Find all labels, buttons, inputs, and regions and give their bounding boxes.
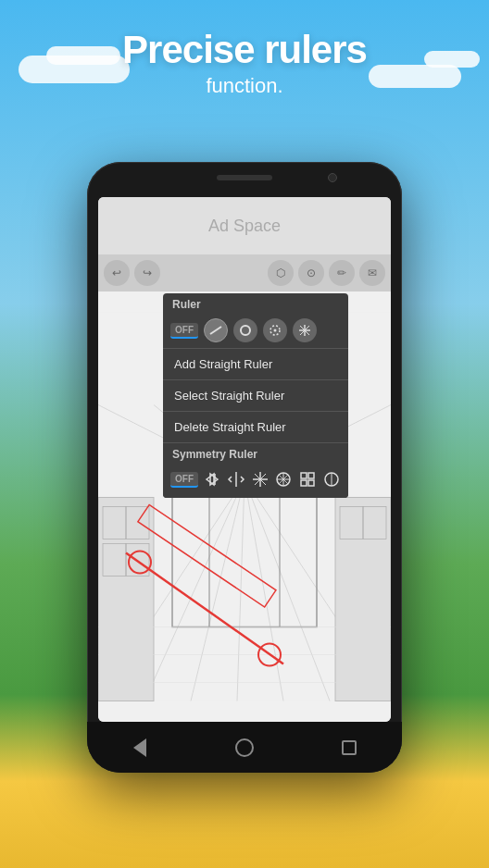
phone-screen: Ad Space ↩ ↪ ⬡ ⊙ ✏ ✉ (98, 197, 391, 722)
sym-icon-5[interactable] (298, 468, 318, 490)
ruler-icon-circle[interactable] (233, 318, 257, 342)
back-icon (133, 738, 146, 757)
toolbar-undo-btn[interactable]: ↩ (104, 260, 130, 286)
toolbar: ↩ ↪ ⬡ ⊙ ✏ ✉ (98, 254, 391, 291)
svg-rect-55 (308, 480, 314, 486)
ruler-off-button[interactable]: OFF (170, 323, 198, 339)
nav-recent-button[interactable] (338, 737, 360, 759)
svg-rect-54 (301, 480, 307, 486)
ruler-icon-straight[interactable] (204, 318, 228, 342)
phone-nav-bar (87, 722, 402, 773)
sym-icon-3[interactable] (250, 468, 270, 490)
canvas-area[interactable]: Ruler OFF (98, 291, 391, 722)
symmetry-off-button[interactable]: OFF (170, 472, 198, 488)
nav-home-button[interactable] (233, 737, 256, 759)
headline-title: Precise rulers (0, 28, 489, 72)
svg-point-32 (241, 326, 250, 335)
headline-subtitle: function. (0, 74, 489, 98)
sym-icon-4[interactable] (274, 468, 294, 490)
add-straight-ruler-item[interactable]: Add Straight Ruler (163, 348, 348, 379)
phone-speaker (217, 175, 272, 180)
sym-icon-2[interactable] (227, 468, 246, 490)
sym-icon-1[interactable] (203, 468, 222, 490)
ad-space-label: Ad Space (208, 217, 281, 236)
svg-rect-52 (301, 473, 307, 478)
ruler-dropdown-menu: Ruler OFF (163, 293, 348, 498)
select-straight-ruler-item[interactable]: Select Straight Ruler (163, 379, 348, 411)
symmetry-icons-row: OFF (163, 464, 348, 498)
toolbar-mail-btn[interactable]: ✉ (359, 260, 385, 286)
symmetry-section-title: Symmetry Ruler (163, 443, 348, 464)
symmetry-ruler-section: Symmetry Ruler OFF (163, 442, 348, 498)
ruler-icon-perspective[interactable] (293, 318, 317, 342)
ad-space-banner: Ad Space (98, 197, 391, 254)
svg-line-31 (210, 327, 221, 334)
delete-straight-ruler-item[interactable]: Delete Straight Ruler (163, 411, 348, 442)
ruler-icon-ellipse[interactable] (263, 318, 287, 342)
recent-icon (342, 740, 357, 755)
nav-back-button[interactable] (129, 737, 151, 759)
ruler-icons-row: OFF (163, 314, 348, 348)
ruler-section-title: Ruler (163, 293, 348, 314)
toolbar-circle-btn[interactable]: ⊙ (298, 260, 324, 286)
toolbar-shape-btn[interactable]: ⬡ (268, 260, 294, 286)
sym-icon-6[interactable] (321, 468, 341, 490)
toolbar-pen-btn[interactable]: ✏ (329, 260, 355, 286)
toolbar-redo-btn[interactable]: ↪ (134, 260, 160, 286)
headline-section: Precise rulers function. (0, 28, 489, 98)
phone-mockup: Ad Space ↩ ↪ ⬡ ⊙ ✏ ✉ (87, 162, 402, 773)
svg-point-34 (274, 329, 277, 332)
phone-camera (328, 173, 337, 182)
svg-rect-53 (308, 473, 314, 478)
home-icon (235, 738, 254, 757)
